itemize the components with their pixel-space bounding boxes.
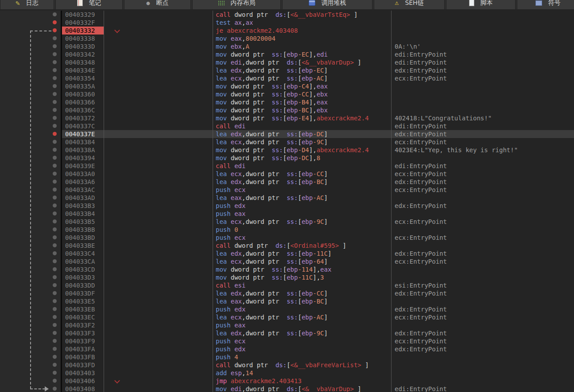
bytes-cell[interactable]: 8985 ECFEFFFF <box>104 265 213 273</box>
bytes-cell[interactable]: 8D95 64FFFFFF <box>104 329 213 337</box>
instruction-cell[interactable]: push edx <box>213 202 392 210</box>
comment-cell[interactable] <box>392 154 574 162</box>
bytes-cell[interactable]: FFD7 <box>104 122 213 130</box>
address-cell[interactable]: 00403372 <box>62 114 104 122</box>
disasm-row-004033C4[interactable]: 004033C4 8D95 E4FEFFFF lea edx,dword ptr… <box>0 250 574 257</box>
disasm-row-00403394[interactable]: 00403394 C785 24FFFFFF 08000 mov dword p… <box>0 154 574 162</box>
disasm-row-004033BE[interactable]: 004033BE FF15 34104000 call dword ptr ds… <box>0 242 574 250</box>
breakpoint-bullet[interactable] <box>53 28 57 32</box>
comment-cell[interactable]: edx:EntryPoint <box>392 202 574 210</box>
instruction-cell[interactable]: lea ecx,dword ptr ss:[ebp-CC] <box>213 170 392 178</box>
address-cell[interactable]: 004033BB <box>62 226 104 234</box>
disasm-row-004033B5[interactable]: 004033B5 8D8D 64FFFFFF lea ecx,dword ptr… <box>0 218 574 226</box>
breakpoint-bullet[interactable] <box>53 20 57 24</box>
disasm-row-00403342[interactable]: 00403342 89BD 14FFFFFF mov dword ptr ss:… <box>0 50 574 58</box>
comment-cell[interactable]: ecx:EntryPoint <box>392 313 574 321</box>
breakpoint-bullet[interactable] <box>53 339 57 343</box>
instruction-cell[interactable]: call dword ptr ds:[<&__vbaVarTstEq> ] <box>213 11 392 19</box>
disassembly-view[interactable]: 00403329 FF15 58104000 call dword ptr ds… <box>0 9 574 392</box>
instruction-cell[interactable]: mov dword ptr ss:[ebp-CC],ebx <box>213 90 392 98</box>
address-cell[interactable]: 0040336C <box>62 106 104 114</box>
breakpoint-bullet[interactable] <box>53 291 57 295</box>
address-cell[interactable]: 004033E5 <box>62 297 104 305</box>
breakpoint-bullet[interactable] <box>53 219 57 223</box>
breakpoint-bullet[interactable] <box>53 116 57 120</box>
breakpoint-bullet[interactable] <box>53 283 57 287</box>
comment-cell[interactable]: ecx:EntryPoint <box>392 337 574 345</box>
address-cell[interactable]: 00403354 <box>62 74 104 82</box>
instruction-cell[interactable]: add esp,14 <box>213 369 392 377</box>
comment-cell[interactable]: ecx:EntryPoint <box>392 234 574 242</box>
comment-cell[interactable] <box>392 106 574 114</box>
address-cell[interactable]: 00403394 <box>62 154 104 162</box>
breakpoint-bullet[interactable] <box>53 211 57 215</box>
disasm-row-0040335A[interactable]: 0040335A 8985 3CFFFFFF mov dword ptr ss:… <box>0 82 574 90</box>
bytes-cell[interactable]: 8D85 54FFFFFF <box>104 194 213 202</box>
comment-cell[interactable] <box>392 210 574 218</box>
disasm-row-00403329[interactable]: 00403329 FF15 58104000 call dword ptr ds… <box>0 11 574 19</box>
bytes-cell[interactable]: 83C4 14 <box>104 369 213 377</box>
tab-call-stack[interactable]: 调用堆栈 <box>282 0 372 9</box>
comment-cell[interactable]: edx:EntryPoint <box>392 178 574 186</box>
bytes-cell[interactable]: 51 <box>104 234 213 242</box>
address-cell[interactable]: 004033B4 <box>62 210 104 218</box>
instruction-cell[interactable]: lea edx,dword ptr ss:[ebp-EC] <box>213 66 392 74</box>
breakpoint-bullet[interactable] <box>53 315 57 319</box>
tab-symbols[interactable]: 符号 <box>517 0 574 9</box>
comment-cell[interactable] <box>392 369 574 377</box>
bytes-cell[interactable]: 52 <box>104 345 213 353</box>
instruction-cell[interactable]: push ecx <box>213 234 392 242</box>
address-cell[interactable]: 004033B3 <box>62 202 104 210</box>
instruction-cell[interactable]: lea edx,dword ptr ss:[ebp-9C] <box>213 329 392 337</box>
disasm-row-004033CA[interactable]: 004033CA 8D4D 9C lea ecx,dword ptr ss:[e… <box>0 257 574 265</box>
address-cell[interactable]: 00403406 <box>62 377 104 385</box>
disasm-row-0040339E[interactable]: 0040339E FFD7 call edi edi:EntryPoint <box>0 162 574 170</box>
disasm-row-00403360[interactable]: 00403360 899D 34FFFFFF mov dword ptr ss:… <box>0 90 574 98</box>
breakpoint-bullet[interactable] <box>53 52 57 56</box>
comment-cell[interactable] <box>392 297 574 305</box>
breakpoint-bullet[interactable] <box>53 355 57 359</box>
bytes-cell[interactable]: 51 <box>104 186 213 194</box>
instruction-cell[interactable]: push 0 <box>213 226 392 234</box>
breakpoint-bullet[interactable] <box>53 108 57 112</box>
breakpoint-bullet[interactable] <box>53 323 57 327</box>
bytes-cell[interactable]: 8B3D B0104000 <box>104 385 213 392</box>
address-cell[interactable]: 00403403 <box>62 369 104 377</box>
address-cell[interactable]: 00403338 <box>62 35 104 42</box>
tab-log[interactable]: ✎ 日志 <box>0 0 54 9</box>
address-cell[interactable]: 004033F2 <box>62 321 104 329</box>
address-cell[interactable]: 004033AD <box>62 194 104 202</box>
address-cell[interactable]: 004033DD <box>62 281 104 289</box>
bytes-cell[interactable]: 8D95 E4FEFFFF <box>104 250 213 257</box>
instruction-cell[interactable]: call edi <box>213 122 392 130</box>
breakpoint-bullet[interactable] <box>53 124 57 128</box>
disasm-row-004033EC[interactable]: 004033EC 8D8D 54FFFFFF lea ecx,dword ptr… <box>0 313 574 321</box>
breakpoint-bullet[interactable] <box>53 44 57 48</box>
comment-cell[interactable] <box>392 226 574 234</box>
bytes-cell[interactable]: C785 2CFFFFFF E4234 <box>104 146 213 154</box>
instruction-cell[interactable]: lea ecx,dword ptr ss:[ebp-AC] <box>213 74 392 82</box>
instruction-cell[interactable]: mov dword ptr ss:[ebp-DC],8 <box>213 154 392 162</box>
address-cell[interactable]: 004033FA <box>62 345 104 353</box>
bytes-cell[interactable]: 89BD 14FFFFFF <box>104 50 213 58</box>
disasm-row-004033B3[interactable]: 004033B3 52 push edx edx:EntryPoint <box>0 202 574 210</box>
disasm-row-004033D3[interactable]: 004033D3 C785 E4FEFFFF 03000 mov dword p… <box>0 273 574 281</box>
disasm-row-00403406[interactable]: 00403406 EB 0B jmp abexcrackme2.403413 <box>0 377 574 385</box>
breakpoint-bullet[interactable] <box>53 299 57 303</box>
comment-cell[interactable]: edx:EntryPoint <box>392 250 574 257</box>
breakpoint-bullet[interactable] <box>53 140 57 144</box>
disasm-row-004033BB[interactable]: 004033BB 6A 00 push 0 <box>0 226 574 234</box>
address-cell[interactable]: 00403384 <box>62 138 104 146</box>
disasm-row-004033FA[interactable]: 004033FA 52 push edx edx:EntryPoint <box>0 345 574 353</box>
bytes-cell[interactable]: 8D95 34FFFFFF <box>104 289 213 297</box>
address-cell[interactable]: 004033B5 <box>62 218 104 226</box>
breakpoint-bullet[interactable] <box>53 243 57 247</box>
bytes-cell[interactable]: BB 0A000000 <box>104 42 213 50</box>
breakpoint-bullet[interactable] <box>53 172 57 176</box>
comment-cell[interactable]: 402418:L"Congratulations!" <box>392 114 574 122</box>
bytes-cell[interactable]: 6A 04 <box>104 353 213 361</box>
breakpoint-bullet[interactable] <box>53 267 57 271</box>
instruction-cell[interactable]: mov dword ptr ss:[ebp-BC],ebx <box>213 106 392 114</box>
disasm-row-00403366[interactable]: 00403366 8985 4CFFFFFF mov dword ptr ss:… <box>0 98 574 106</box>
comment-cell[interactable] <box>392 265 574 273</box>
